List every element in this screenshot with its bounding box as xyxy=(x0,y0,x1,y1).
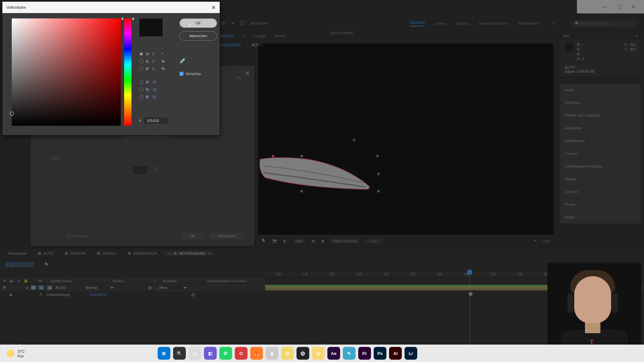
exposure-icon[interactable]: ☀ xyxy=(533,239,537,243)
bbox-handle[interactable] xyxy=(301,190,303,192)
ruler-tick[interactable]: 29f xyxy=(399,272,426,276)
prop-name[interactable]: Zeitverzerrung xyxy=(46,293,70,297)
right-panel-zeichen[interactable]: Zeichen xyxy=(560,185,641,198)
taskbar-app[interactable]: 🗂 xyxy=(312,347,325,360)
mask-vertex[interactable] xyxy=(272,155,274,158)
hue-slider[interactable] xyxy=(124,18,131,126)
resolution-dropdown[interactable]: Halb xyxy=(292,238,306,244)
eyedropper-icon[interactable]: ✎ xyxy=(151,165,161,174)
ruler-tick[interactable]: 19f xyxy=(292,272,319,276)
ruler-tick[interactable]: 09f xyxy=(426,272,453,276)
taskbar-app[interactable]: ✎ xyxy=(343,347,356,360)
ruler-tick[interactable]: 29f xyxy=(480,272,506,276)
workspace-original[interactable]: Original xyxy=(456,21,469,25)
workspace-standard[interactable]: Standard xyxy=(410,20,425,26)
saturation-field[interactable] xyxy=(12,18,121,126)
ruler-tick[interactable]: 09f xyxy=(345,272,372,276)
tl-tab-auto[interactable]: AUTO xyxy=(34,251,58,255)
solid-preview-checkbox[interactable] xyxy=(67,234,71,238)
taskbar-app[interactable]: Lr xyxy=(405,347,417,360)
exposure-value[interactable]: +0,0 xyxy=(543,239,550,243)
taskbar-app[interactable]: 🦊 xyxy=(250,347,263,360)
anchor-point-icon[interactable]: ✛ xyxy=(352,137,356,143)
timeline-search-icon[interactable]: 🔍 xyxy=(45,262,49,267)
s-radio[interactable] xyxy=(139,59,143,63)
tl-tab-bremsspur[interactable]: BREMSSPUR xyxy=(124,251,161,255)
b-value[interactable]: 16 xyxy=(152,95,159,99)
taskbar-app[interactable]: ♟ xyxy=(266,347,278,360)
lock-col-icon[interactable]: 🔒 xyxy=(23,279,28,283)
picker-close-icon[interactable]: ✕ xyxy=(211,4,216,11)
snapshot-icon[interactable]: 📷 xyxy=(272,239,277,243)
right-panel-bibliotheken[interactable]: Bibliotheken xyxy=(560,134,641,147)
solid-cancel-button[interactable]: Abbrechen xyxy=(209,233,245,239)
eye-col-icon[interactable]: 👁 xyxy=(3,279,6,283)
taskbar-app[interactable]: Ae xyxy=(327,347,340,360)
taskbar-app[interactable]: Pr xyxy=(358,347,371,360)
panel-menu-icon[interactable]: ≡ xyxy=(636,34,638,38)
bbox-handle[interactable] xyxy=(377,190,380,192)
grid-icon[interactable]: ▦ xyxy=(312,239,315,243)
solo-col-icon[interactable]: ● xyxy=(18,279,20,283)
picker-cancel-button[interactable]: Abbrechen xyxy=(179,31,217,41)
magnify-icon[interactable]: 🔍 xyxy=(262,239,266,243)
taskbar-app[interactable]: Ai xyxy=(389,347,402,360)
right-panel-pinsel[interactable]: Pinsel xyxy=(560,198,641,211)
parent-dropdown[interactable]: Ohne xyxy=(155,284,188,291)
taskbar-app[interactable]: ✆ xyxy=(219,347,232,360)
taskbar-app[interactable]: 🔍 xyxy=(173,347,186,360)
bness-value[interactable]: 6 xyxy=(152,67,159,71)
cti-head[interactable] xyxy=(467,270,472,275)
keyframe-icon[interactable] xyxy=(468,292,473,296)
bbox-handle[interactable] xyxy=(377,173,380,175)
bbox-handle[interactable] xyxy=(376,155,379,157)
taskbar-app[interactable]: ◔ xyxy=(281,347,294,360)
prop-value[interactable]: 0:00:03:02 xyxy=(90,293,107,297)
layer-panel-label[interactable]: Ebene xyxy=(330,31,341,35)
right-panel-absatz[interactable]: Absatz xyxy=(560,173,641,185)
right-panel-malen[interactable]: Malen xyxy=(560,211,641,224)
solid-color-swatch[interactable] xyxy=(132,165,148,175)
workspace-more-icon[interactable]: » xyxy=(552,21,555,26)
ruler-tick[interactable]: 19f xyxy=(372,272,399,276)
saturation-cursor[interactable] xyxy=(10,112,14,116)
hamburger-icon[interactable]: ≡ xyxy=(243,34,245,38)
taskbar-app[interactable]: ◧ xyxy=(204,347,217,360)
r-value[interactable]: 16 xyxy=(152,80,159,84)
ruler-tick[interactable]: 29f xyxy=(319,272,345,276)
weather-widget[interactable]: 3°C Klar xyxy=(7,349,25,358)
solid-ok-button[interactable]: OK xyxy=(181,233,204,239)
bbox-handle[interactable] xyxy=(301,155,303,157)
layer-name[interactable]: AUTO xyxy=(55,286,65,290)
channels-icon[interactable]: ◧ xyxy=(283,239,286,243)
ruler-tick[interactable]: 19f xyxy=(453,272,480,276)
tl-tab-unfall[interactable]: UNFALL xyxy=(93,251,121,255)
h-radio[interactable] xyxy=(139,52,143,56)
h-value[interactable]: 0 xyxy=(152,52,159,56)
s-value[interactable]: 0 xyxy=(152,59,159,63)
composition-viewer[interactable]: ✛ xyxy=(258,44,553,235)
picker-ok-button[interactable]: OK xyxy=(179,18,217,28)
workspace-bibliotheken[interactable]: Bibliotheken xyxy=(519,21,539,25)
right-panel-inhaltsbasierte-füllung[interactable]: Inhaltsbasierte Füllung xyxy=(560,160,641,173)
taskbar-app[interactable]: ▭ xyxy=(189,347,201,360)
picker-preview-checkbox[interactable]: ✓ xyxy=(179,72,183,76)
keyframe-nav-icon[interactable]: ◆ xyxy=(9,293,12,297)
layer-eye-icon[interactable]: 👁 xyxy=(3,286,6,290)
right-panel-vorschau[interactable]: Vorschau xyxy=(560,96,641,109)
footage-tab[interactable]: Footage xyxy=(253,34,266,38)
expression-pickwhip-icon[interactable]: @ xyxy=(191,293,195,297)
mask-toggle-icon[interactable]: ▣ xyxy=(321,239,324,243)
right-panel-ausrichten[interactable]: Ausrichten xyxy=(560,122,641,134)
camera-dropdown[interactable]: Aktive Kamera xyxy=(330,238,360,244)
workspace-lernen[interactable]: Lernen xyxy=(435,21,446,25)
masked-shape[interactable] xyxy=(258,154,372,193)
taskbar-app[interactable]: ⊞ xyxy=(158,347,170,360)
picker-eyedropper-icon[interactable]: 💉 xyxy=(179,57,217,64)
right-panel-effekte-und-vorgaben[interactable]: Effekte und Vorgaben xyxy=(560,109,641,122)
taskbar-app[interactable]: O xyxy=(235,347,248,360)
tl-tab-motorhaube[interactable]: ×MOTORHAUBE≡ xyxy=(164,251,215,255)
help-search-input[interactable]: 🔍 Hilfe durchsuchen xyxy=(572,20,639,27)
bness-radio[interactable] xyxy=(139,67,143,71)
hex-input[interactable]: 101010 xyxy=(144,118,167,124)
